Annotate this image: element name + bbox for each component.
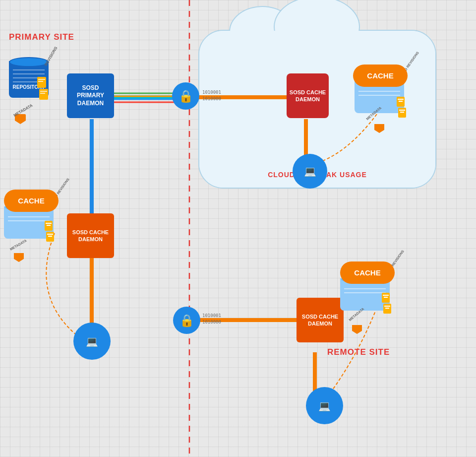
revisions-annotation: REVISIONS [44, 46, 59, 66]
circle-node-remote: 💻 [306, 387, 343, 424]
circle-node-left: 💻 [73, 323, 111, 360]
binary-text-bottom: 1010001 1010000 [202, 313, 221, 325]
laptop-icon-left: 💻 [86, 335, 98, 347]
primary-site-label: PRIMARY SITE [9, 32, 74, 42]
document-icons-repo [37, 77, 48, 100]
tag-icon-left [14, 253, 24, 262]
lock-circle-top: 🔒 [172, 82, 199, 110]
binary-text-top: 1010001 1010000 [202, 89, 221, 102]
cache-oval-left: CACHE [4, 190, 59, 212]
sosd-cache-daemon-remote-box: SOSD CACHE DAEMON [297, 298, 344, 342]
laptop-icon-cloud: 💻 [304, 165, 316, 177]
doc-icons-remote [382, 293, 391, 314]
doc-icons-left [45, 221, 54, 242]
sosd-primary-daemon-box: SOSD PRIMARY DAEMON [67, 73, 114, 118]
doc-icons-cloud [397, 97, 406, 118]
cache-oval-cloud: CACHE [353, 65, 408, 87]
circle-node-cloud: 💻 [293, 154, 327, 189]
lock-circle-bottom: 🔒 [173, 307, 200, 334]
sosd-cache-daemon-cloud-box: SOSD CACHE DAEMON [287, 73, 329, 118]
tag-icon-remote [352, 325, 362, 334]
sosd-cache-daemon-left-box: SOSD CACHE DAEMON [67, 213, 114, 258]
cache-oval-remote: CACHE [340, 261, 395, 284]
remote-site-label: REMOTE SITE [327, 347, 390, 357]
laptop-icon-remote: 💻 [318, 400, 331, 412]
